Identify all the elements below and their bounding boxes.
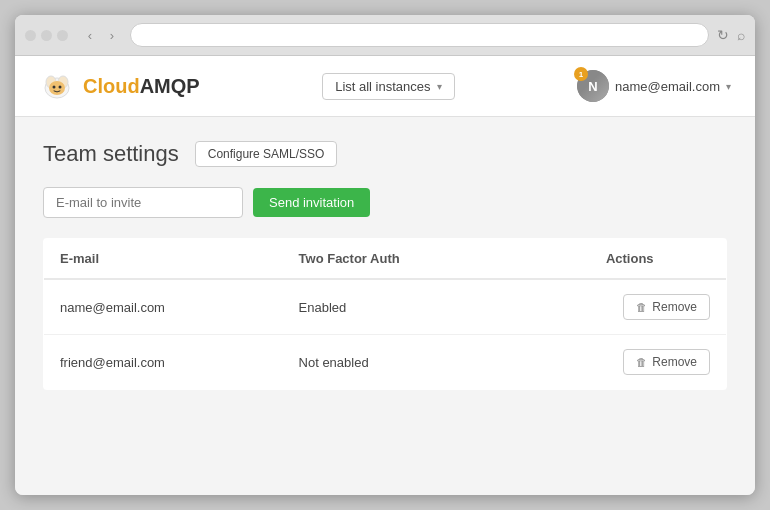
send-invitation-button[interactable]: Send invitation xyxy=(253,188,370,217)
user-area[interactable]: 1 N name@email.com ▾ xyxy=(577,70,731,102)
browser-icons: ↻ ⌕ xyxy=(717,27,745,43)
user-email-label: name@email.com xyxy=(615,79,720,94)
notification-badge: 1 xyxy=(574,67,588,81)
brand-name: CloudAMQP xyxy=(83,75,200,98)
table-row: friend@email.com Not enabled 🗑 Remove xyxy=(44,335,727,390)
search-icon[interactable]: ⌕ xyxy=(737,27,745,43)
avatar-wrapper: 1 N xyxy=(577,70,609,102)
col-2fa-header: Two Factor Auth xyxy=(283,239,590,280)
back-button[interactable]: ‹ xyxy=(80,25,100,45)
svg-point-5 xyxy=(59,86,62,89)
instances-dropdown-label: List all instances xyxy=(335,79,430,94)
table-row: name@email.com Enabled 🗑 Remove xyxy=(44,279,727,335)
trash-icon: 🗑 xyxy=(636,356,647,368)
table-body: name@email.com Enabled 🗑 Remove friend@e… xyxy=(44,279,727,390)
main-content: Team settings Configure SAML/SSO Send in… xyxy=(15,117,755,414)
remove-button-1[interactable]: 🗑 Remove xyxy=(623,349,710,375)
table-cell-2fa: Not enabled xyxy=(283,335,590,390)
table-header-row: E-mail Two Factor Auth Actions xyxy=(44,239,727,280)
brand-logo xyxy=(39,68,75,104)
team-table: E-mail Two Factor Auth Actions name@emai… xyxy=(43,238,727,390)
email-invite-input[interactable] xyxy=(43,187,243,218)
top-nav: CloudAMQP List all instances ▾ 1 N name@… xyxy=(15,56,755,117)
browser-window: ‹ › ↻ ⌕ Clou xyxy=(15,15,755,495)
col-actions-header: Actions xyxy=(590,239,727,280)
forward-button[interactable]: › xyxy=(102,25,122,45)
traffic-dot-maximize[interactable] xyxy=(57,30,68,41)
traffic-dot-minimize[interactable] xyxy=(41,30,52,41)
svg-point-3 xyxy=(49,81,65,95)
address-bar[interactable] xyxy=(130,23,709,47)
browser-chrome: ‹ › ↻ ⌕ xyxy=(15,15,755,56)
table-cell-actions: 🗑 Remove xyxy=(590,335,727,390)
page-title: Team settings xyxy=(43,141,179,167)
col-email-header: E-mail xyxy=(44,239,283,280)
configure-saml-button[interactable]: Configure SAML/SSO xyxy=(195,141,338,167)
table-cell-email: name@email.com xyxy=(44,279,283,335)
invite-row: Send invitation xyxy=(43,187,727,218)
page-header: Team settings Configure SAML/SSO xyxy=(43,141,727,167)
reload-icon[interactable]: ↻ xyxy=(717,27,729,43)
remove-button-0[interactable]: 🗑 Remove xyxy=(623,294,710,320)
trash-icon: 🗑 xyxy=(636,301,647,313)
traffic-lights xyxy=(25,30,68,41)
traffic-dot-close[interactable] xyxy=(25,30,36,41)
table-cell-2fa: Enabled xyxy=(283,279,590,335)
table-cell-email: friend@email.com xyxy=(44,335,283,390)
nav-arrows: ‹ › xyxy=(80,25,122,45)
svg-point-4 xyxy=(53,86,56,89)
brand: CloudAMQP xyxy=(39,68,200,104)
page-content: CloudAMQP List all instances ▾ 1 N name@… xyxy=(15,56,755,495)
instances-dropdown[interactable]: List all instances ▾ xyxy=(322,73,454,100)
table-cell-actions: 🗑 Remove xyxy=(590,279,727,335)
dropdown-caret-icon: ▾ xyxy=(437,81,442,92)
user-dropdown-caret-icon: ▾ xyxy=(726,81,731,92)
